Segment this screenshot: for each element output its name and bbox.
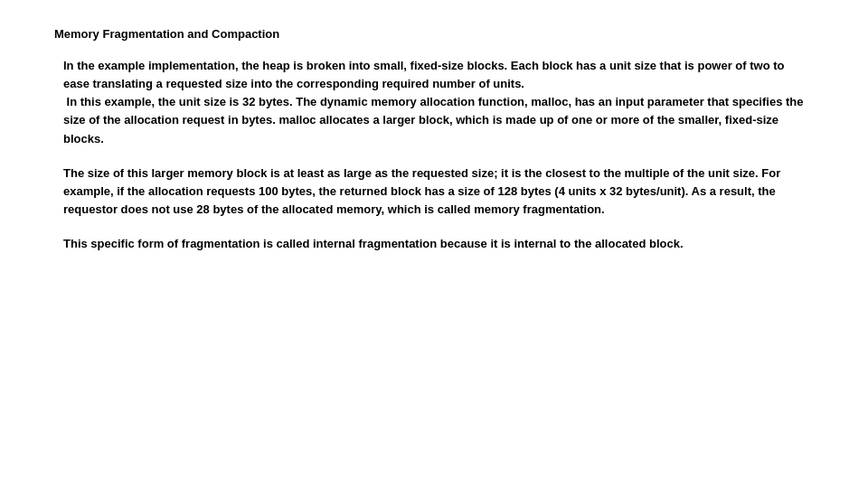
content-body: In the example implementation, the heap … xyxy=(54,57,814,253)
paragraph-3: This specific form of fragmentation is c… xyxy=(63,235,814,253)
paragraph-2: The size of this larger memory block is … xyxy=(63,164,814,219)
page-container: Memory Fragmentation and Compaction In t… xyxy=(0,0,868,488)
paragraph-1: In the example implementation, the heap … xyxy=(63,57,814,148)
page-title: Memory Fragmentation and Compaction xyxy=(54,27,814,41)
